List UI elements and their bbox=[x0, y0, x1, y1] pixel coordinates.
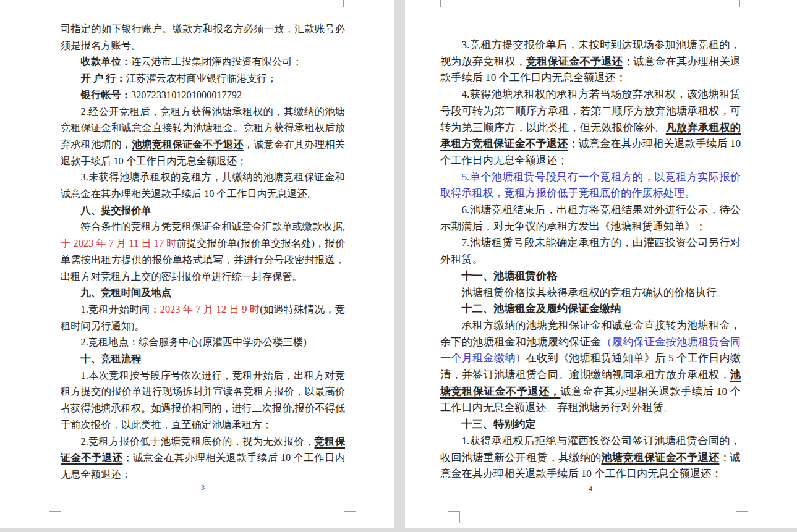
text-segment: 1.竞租开始时间： bbox=[81, 303, 160, 315]
paragraph[interactable]: 2.经公开竞租后，竞租方获得池塘承租权的，其缴纳的池塘竞租保证金和诚意金直接转为… bbox=[61, 104, 345, 170]
document-canvas: 司指定的如下银行账户。缴款方和报名方必须一致，汇款账号必须是报名方账号。收款单位… bbox=[0, 0, 797, 532]
paragraph[interactable]: 1.竞租开始时间：2023 年 7 月 12 日 9 时(如遇特殊情况，竞租时间… bbox=[61, 302, 345, 334]
text-boundary-mark bbox=[343, 0, 356, 7]
text-boundary-mark bbox=[44, 0, 56, 7]
paragraph[interactable]: 银行帐号：3207233101201000017792 bbox=[61, 87, 345, 104]
text-segment: 3207233101201000017792 bbox=[131, 89, 242, 101]
paragraph[interactable]: 5.单个池塘租赁号段只有一个竞租方的，以竞租方实际报价取得承租权，竞租方报价低于… bbox=[440, 169, 741, 202]
text-segment: 八、提交报价单 bbox=[81, 205, 151, 216]
text-segment: 银行帐号： bbox=[81, 89, 131, 101]
text-boundary-mark bbox=[739, 0, 752, 7]
paragraph[interactable]: 1.获得承租权后拒绝与灌西投资公司签订池塘租赁合同的，收回池塘重新公开租赁，其缴… bbox=[440, 433, 741, 483]
paragraph[interactable]: 符合条件的竞租方凭竞租保证金和诚意金汇款单或缴款收据,于 2023 年 7 月 … bbox=[61, 219, 345, 285]
paragraph[interactable]: 开 户 行：江苏灌云农村商业银行临港支行； bbox=[61, 70, 345, 87]
text-segment: 十三、特别约定 bbox=[461, 418, 535, 430]
text-boundary-mark bbox=[49, 511, 61, 523]
text-segment: 2.竞租地点：综合服务中心(原灌西中学办公楼三楼) bbox=[81, 336, 307, 348]
text-segment: 收款单位： bbox=[81, 56, 131, 67]
text-segment: 5.单个池塘租赁号段只有一个竞租方的，以竞租方实际报价取得承租权，竞租方报价低于… bbox=[440, 171, 741, 200]
text-segment: 九、竞租时间及地点 bbox=[81, 287, 172, 298]
text-segment: 十、竞租流程 bbox=[81, 353, 142, 365]
section-heading[interactable]: 十、竞租流程 bbox=[61, 351, 345, 368]
text-boundary-mark bbox=[736, 511, 748, 523]
page-4-text[interactable]: 3.竞租方提交报价单后，未按时到达现场参加池塘竞租的，视为放弃竞租权，竞租保证金… bbox=[440, 37, 741, 483]
page-3-text[interactable]: 司指定的如下银行账户。缴款方和报名方必须一致，汇款账号必须是报名方账号。收款单位… bbox=[61, 21, 345, 483]
text-segment: 于 2023 年 7 月 11 日 17 时 bbox=[61, 237, 177, 249]
page-number: 4 bbox=[440, 484, 741, 494]
page-number: 3 bbox=[61, 483, 345, 492]
paragraph[interactable]: 承租方缴纳的池塘竞租保证金和诚意金直接转为池塘租金，余下的池塘租金和池塘履约保证… bbox=[440, 318, 741, 416]
text-boundary-mark bbox=[344, 511, 356, 523]
paragraph[interactable]: 6.池塘竞租结束后，出租方将竞租结果对外进行公示，待公示期满后，对无争议的承租方… bbox=[440, 202, 741, 235]
text-segment: 江苏灌云农村商业银行临港支行； bbox=[126, 72, 277, 84]
text-segment: 十二、池塘租金及履约保证金缴纳 bbox=[461, 303, 621, 315]
text-boundary-mark bbox=[448, 511, 460, 523]
text-segment: 池塘竞租保证金不予退还 bbox=[601, 452, 719, 463]
text-segment: 2.竞租方报价低于池塘竞租底价的，视为无效报价， bbox=[81, 436, 315, 447]
paragraph[interactable]: 2.竞租方报价低于池塘竞租底价的，视为无效报价，竞租保证金不予退还；诚意金在其办… bbox=[61, 434, 345, 483]
text-segment: 竞租保证金不予退还 bbox=[526, 56, 623, 67]
paragraph[interactable]: 3.未获得池塘承租权的竞租方，其缴纳的池塘竞租保证金和诚意金在其办理相关退款手续… bbox=[61, 169, 345, 202]
text-segment: 司指定的如下银行账户。缴款方和报名方必须一致，汇款账号必须是报名方账号。 bbox=[61, 23, 345, 51]
text-segment: 7.池塘租赁号段未能确定承租方的，由灌西投资公司另行对外租赁。 bbox=[440, 237, 741, 265]
text-segment: 符合条件的竞租方凭竞租保证金和诚意金汇款单或缴款收据, bbox=[81, 221, 345, 232]
page-bottom-gap bbox=[0, 528, 797, 532]
text-segment: 池塘竞租保证金不予退还 bbox=[132, 138, 244, 150]
text-segment: 1.本次竞租按号段序号依次进行，竞租开始后，出租方对竞租方提交的报价单进行现场拆… bbox=[61, 369, 345, 431]
paragraph[interactable]: 7.池塘租赁号段未能确定承租方的，由灌西投资公司另行对外租赁。 bbox=[440, 235, 741, 268]
paragraph[interactable]: 1.本次竞租按号段序号依次进行，竞租开始后，出租方对竞租方提交的报价单进行现场拆… bbox=[61, 368, 345, 434]
text-segment: 2023 年 7 月 12 日 9 时 bbox=[160, 303, 260, 315]
paragraph[interactable]: 池塘租赁价格按其获得承租权的竞租方确认的价格执行。 bbox=[440, 285, 741, 302]
text-segment: 十一、池塘租赁价格 bbox=[461, 270, 557, 282]
section-heading[interactable]: 十一、池塘租赁价格 bbox=[440, 268, 741, 285]
text-boundary-mark bbox=[428, 0, 441, 7]
paragraph[interactable]: 收款单位：连云港市工投集团灌西投资有限公司； bbox=[61, 54, 345, 70]
text-segment: 3.未获得池塘承租权的竞租方，其缴纳的池塘竞租保证金和诚意金在其办理相关退款手续… bbox=[61, 171, 345, 200]
section-heading[interactable]: 十二、池塘租金及履约保证金缴纳 bbox=[440, 301, 741, 318]
text-segment: 连云港市工投集团灌西投资有限公司； bbox=[131, 56, 302, 67]
text-segment: 6.池塘竞租结束后，出租方将竞租结果对外进行公示，待公示期满后，对无争议的承租方… bbox=[440, 204, 741, 232]
text-segment: 开 户 行： bbox=[81, 72, 126, 84]
paragraph[interactable]: 司指定的如下银行账户。缴款方和报名方必须一致，汇款账号必须是报名方账号。 bbox=[61, 21, 345, 54]
paragraph[interactable]: 3.竞租方提交报价单后，未按时到达现场参加池塘竞租的，视为放弃竞租权，竞租保证金… bbox=[440, 37, 741, 87]
section-heading[interactable]: 九、竞租时间及地点 bbox=[61, 285, 345, 302]
paragraph[interactable]: 4.获得池塘承租权的承租方若当场放弃承租权，该池塘租赁号段可转为第二顺序方承租，… bbox=[440, 87, 741, 169]
text-segment: 池塘租赁价格按其获得承租权的竞租方确认的价格执行。 bbox=[461, 287, 727, 298]
section-heading[interactable]: 八、提交报价单 bbox=[61, 203, 345, 219]
page-gap-divider bbox=[394, 0, 405, 532]
section-heading[interactable]: 十三、特别约定 bbox=[440, 416, 741, 433]
paragraph[interactable]: 2.竞租地点：综合服务中心(原灌西中学办公楼三楼) bbox=[61, 334, 345, 351]
